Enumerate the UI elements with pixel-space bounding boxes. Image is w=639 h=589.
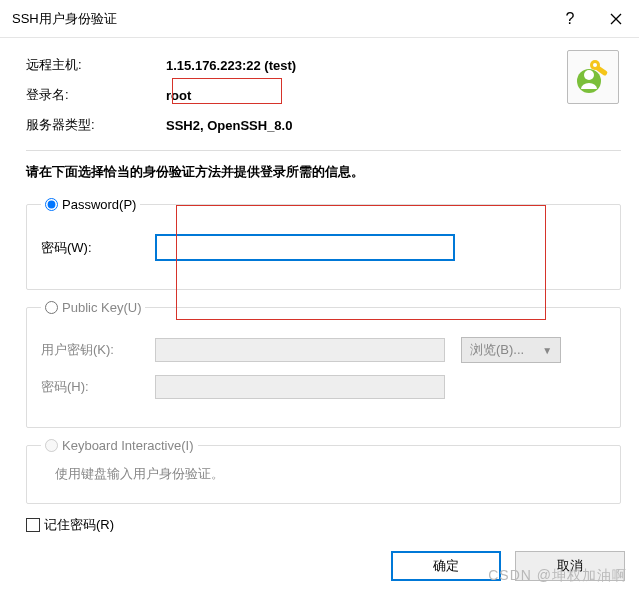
keyboard-radio-label[interactable]: Keyboard Interactive(I)	[45, 438, 194, 453]
remote-host-value: 1.15.176.223:22 (test)	[166, 58, 296, 73]
remote-host-label: 远程主机:	[26, 56, 166, 74]
separator	[26, 150, 621, 151]
login-value: root	[166, 88, 191, 103]
userkey-input	[155, 338, 445, 362]
instruction-text: 请在下面选择恰当的身份验证方法并提供登录所需的信息。	[26, 163, 621, 181]
chevron-down-icon: ▼	[542, 345, 552, 356]
pk-password-input	[155, 375, 445, 399]
password-group: Password(P) 密码(W):	[26, 197, 621, 290]
server-type-value: SSH2, OpenSSH_8.0	[166, 118, 292, 133]
cancel-button[interactable]: 取消	[515, 551, 625, 581]
keyboard-hint: 使用键盘输入用户身份验证。	[41, 463, 606, 487]
publickey-radio-label[interactable]: Public Key(U)	[45, 300, 141, 315]
password-radio-label[interactable]: Password(P)	[45, 197, 136, 212]
help-button[interactable]: ?	[547, 0, 593, 38]
close-button[interactable]	[593, 0, 639, 38]
ok-button[interactable]: 确定	[391, 551, 501, 581]
title-bar: SSH用户身份验证 ?	[0, 0, 639, 38]
publickey-radio[interactable]	[45, 301, 58, 314]
svg-point-4	[593, 63, 597, 67]
password-radio[interactable]	[45, 198, 58, 211]
close-icon	[610, 13, 622, 25]
remember-checkbox[interactable]	[26, 518, 40, 532]
ssh-key-icon	[567, 50, 619, 104]
password-input[interactable]	[155, 234, 455, 261]
keyboard-group: Keyboard Interactive(I) 使用键盘输入用户身份验证。	[26, 438, 621, 504]
password-field-label: 密码(W):	[41, 239, 155, 257]
browse-button[interactable]: 浏览(B)... ▼	[461, 337, 561, 363]
window-title: SSH用户身份验证	[12, 10, 547, 28]
remember-password[interactable]: 记住密码(R)	[26, 516, 621, 534]
pk-password-label: 密码(H):	[41, 378, 155, 396]
publickey-group: Public Key(U) 用户密钥(K): 浏览(B)... ▼ 密码(H):	[26, 300, 621, 428]
dialog-buttons: 确定 取消	[391, 551, 625, 581]
keyboard-radio	[45, 439, 58, 452]
connection-info: 远程主机: 1.15.176.223:22 (test) 登录名: root 服…	[26, 50, 621, 140]
server-type-label: 服务器类型:	[26, 116, 166, 134]
login-label: 登录名:	[26, 86, 166, 104]
userkey-label: 用户密钥(K):	[41, 341, 155, 359]
remember-label: 记住密码(R)	[44, 516, 114, 534]
svg-point-1	[584, 70, 594, 80]
